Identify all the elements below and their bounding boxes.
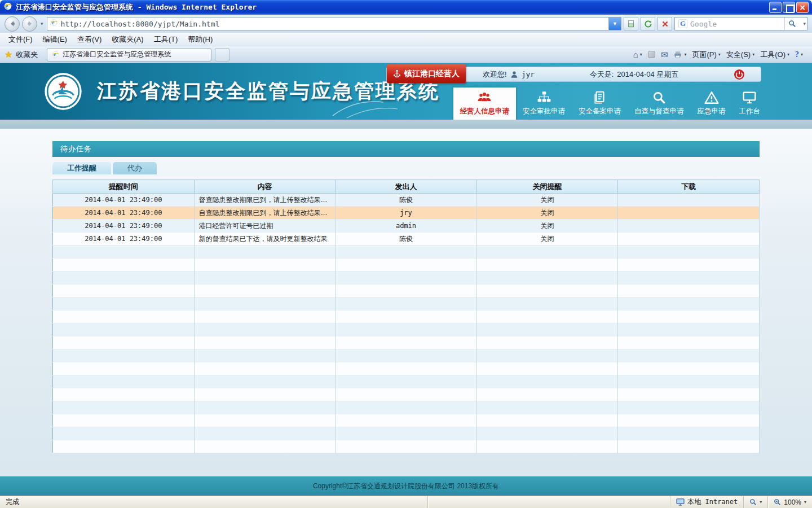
menu-file[interactable]: 文件(F) (3, 33, 38, 46)
cell-time: 2014-04-01 23:49:00 (53, 220, 195, 233)
new-tab-button[interactable] (215, 48, 230, 62)
top-navigation: 经营人信息申请 安全审批申请 安全备案申请 (453, 87, 767, 120)
forward-button[interactable] (22, 16, 37, 32)
help-icon: ? (795, 50, 799, 59)
feeds-button[interactable] (648, 51, 655, 58)
minimize-button[interactable] (769, 2, 782, 13)
menu-edit[interactable]: 编辑(E) (38, 33, 72, 46)
stop-button[interactable] (657, 17, 672, 30)
search-dropdown[interactable]: ▾ (802, 21, 807, 27)
table-row: 2014-04-01 23:49:00 港口经营许可证号已过期 admin 关闭 (53, 220, 760, 233)
menu-favorites[interactable]: 收藏夹(A) (107, 33, 148, 46)
favorites-star-icon[interactable]: ★ (5, 49, 12, 60)
tab-work-reminder[interactable]: 工作提醒 (52, 162, 111, 174)
welcome-group: 欢迎您! jyr (483, 69, 535, 80)
url-text[interactable]: http://localhost:8080/yjpt/Main.html (61, 20, 608, 28)
people-icon (477, 91, 492, 104)
favorites-label[interactable]: 收藏夹 (16, 50, 38, 60)
search-box[interactable]: G Google ▾ (674, 17, 807, 30)
magnifier-icon (652, 91, 667, 104)
page-menu-button[interactable]: 页面(P)▾ (692, 50, 720, 60)
page-icon: e (50, 19, 58, 29)
printer-icon (673, 51, 682, 59)
nav-item-safety-record[interactable]: 安全备案申请 (572, 87, 628, 120)
web-page: 江苏省港口安全监管与应急管理系统 镇江港口经营人 欢迎您! jyr 今天是: (0, 63, 812, 496)
nav-item-safety-approval[interactable]: 安全审批申请 (516, 87, 572, 120)
col-header-close: 关闭提醒 (476, 180, 618, 194)
tools-menu-button[interactable]: 工具(O)▾ (760, 50, 789, 60)
today-label: 今天是: (590, 69, 614, 80)
monitor-icon (742, 91, 757, 104)
menu-tools[interactable]: 工具(T) (149, 33, 183, 46)
nav-label: 自查与督查申请 (634, 107, 684, 116)
close-reminder-link[interactable]: 关闭 (541, 222, 554, 230)
rss-feed-icon (648, 51, 655, 58)
tab-todo[interactable]: 代办 (113, 162, 157, 174)
cell-download (618, 194, 760, 207)
zoom-level-button[interactable]: 100% ▾ (767, 496, 812, 508)
table-row-empty (53, 414, 760, 427)
nav-item-emergency[interactable]: 应急申请 (691, 87, 732, 120)
status-text: 完成 (0, 497, 427, 507)
cell-time: 2014-04-01 23:49:00 (53, 194, 195, 207)
zoom-icon (774, 498, 781, 506)
document-icon (593, 91, 607, 104)
cell-time: 2014-04-01 23:49:00 (53, 233, 195, 246)
help-button[interactable]: ?▾ (795, 50, 803, 59)
nav-item-self-inspection[interactable]: 自查与督查申请 (628, 87, 691, 120)
refresh-button[interactable] (641, 17, 655, 30)
welcome-strip: 镇江港口经营人 欢迎您! jyr 今天是: 2014-04-04 星期五 (386, 67, 761, 82)
security-zone[interactable]: 本地 Intranet (670, 496, 743, 508)
nav-item-workbench[interactable]: 工作台 (732, 87, 767, 120)
print-button[interactable]: ▾ (673, 51, 686, 59)
cell-sender: admin (336, 220, 477, 233)
user-icon (510, 71, 518, 78)
menu-bar: 文件(F) 编辑(E) 查看(V) 收藏夹(A) 工具(T) 帮助(H) (0, 33, 812, 46)
maximize-button[interactable] (783, 2, 795, 13)
table-row-empty (53, 271, 760, 284)
back-button[interactable] (5, 16, 20, 32)
table-row-selected: 2014-04-01 23:49:00 自查隐患整改期限已到，请上传整改结果… … (53, 207, 760, 220)
compatibility-view-button[interactable] (624, 17, 638, 30)
zoom-mode-button[interactable]: ▾ (743, 496, 767, 508)
svg-text:e: e (5, 2, 8, 10)
address-dropdown[interactable]: ▼ (608, 17, 621, 30)
search-magnifier-icon[interactable] (784, 17, 799, 30)
table-row-empty (53, 375, 760, 388)
menu-help[interactable]: 帮助(H) (183, 33, 218, 46)
browser-tab-active[interactable]: e 江苏省港口安全监管与应急管理系统 (47, 48, 211, 62)
safety-menu-button[interactable]: 安全(S)▾ (726, 50, 754, 60)
table-row-empty (53, 440, 760, 453)
read-mail-button[interactable]: ✉ (661, 50, 668, 59)
close-reminder-link[interactable]: 关闭 (541, 235, 554, 243)
favorites-bar: ★ 收藏夹 e 江苏省港口安全监管与应急管理系统 ⌂▾ ✉ ▾ 页面(P)▾ 安… (0, 46, 812, 63)
table-row-empty (53, 388, 760, 401)
table-row-empty (53, 310, 760, 323)
close-button[interactable]: × (796, 2, 809, 13)
logout-power-button[interactable] (734, 69, 745, 80)
col-header-content: 内容 (194, 180, 336, 194)
search-placeholder[interactable]: Google (690, 20, 782, 28)
recent-pages-dropdown[interactable]: ▾ (39, 21, 45, 27)
cell-sender: 陈俊 (336, 194, 477, 207)
content-area: 待办任务 工作提醒 代办 提醒时间 内容 发出人 关闭提醒 下载 (0, 129, 812, 496)
table-row-empty (53, 323, 760, 336)
svg-text:e: e (54, 51, 56, 57)
anchor-icon (393, 69, 401, 78)
home-button[interactable]: ⌂▾ (633, 50, 642, 59)
todo-table: 提醒时间 内容 发出人 关闭提醒 下载 2014-04-01 23:49:00 … (52, 179, 760, 453)
role-ribbon: 镇江港口经营人 (387, 64, 466, 83)
table-row-empty (53, 362, 760, 375)
table-row: 2014-04-01 23:49:00 督查隐患整改期限已到，请上传整改结果… … (53, 194, 760, 207)
nav-item-operator-info[interactable]: 经营人信息申请 (453, 87, 517, 120)
mail-icon: ✉ (661, 50, 668, 59)
address-bar[interactable]: e http://localhost:8080/yjpt/Main.html ▼ (47, 17, 621, 30)
menu-view[interactable]: 查看(V) (72, 33, 107, 46)
close-reminder-link[interactable]: 关闭 (541, 196, 554, 204)
warning-icon (704, 91, 719, 104)
table-row-empty (53, 259, 760, 271)
table-header-row: 提醒时间 内容 发出人 关闭提醒 下载 (53, 180, 760, 194)
svg-text:e: e (52, 19, 55, 25)
close-reminder-link[interactable]: 关闭 (541, 209, 554, 217)
col-header-time: 提醒时间 (53, 180, 195, 194)
